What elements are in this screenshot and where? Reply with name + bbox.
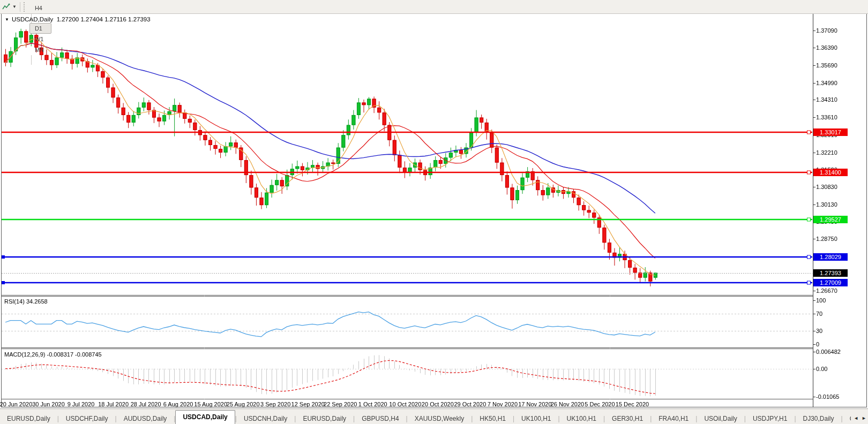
hline-price-label: 1.27009 [813, 279, 848, 286]
price-axis-tick: 1.32210 [816, 149, 837, 156]
toolbar-separator [31, 55, 32, 65]
chart-tab-bar: EURUSD,Daily|USDCHF,Daily|AUDUSD,Daily|U… [0, 408, 868, 424]
date-axis-label: 20 Jun 2020 [0, 401, 32, 407]
hline-price-label: 1.31400 [813, 169, 848, 176]
rsi-axis-tick: 0 [816, 341, 819, 347]
macd-axis-tick: 0.006482 [816, 349, 841, 355]
price-axis-tick: 1.28750 [816, 236, 837, 242]
date-axis-label: 6 Aug 2020 [163, 401, 193, 407]
date-axis-label: 12 Sep 2020 [291, 401, 325, 407]
chart-tab-usoil-daily[interactable]: USOil,Daily [697, 413, 744, 424]
chart-tab-fra40-h1[interactable]: FRA40,H1 [652, 413, 695, 424]
chart-tab-gbpusd-h4[interactable]: GBPUSD,H4 [355, 413, 406, 424]
indicator-line-icon [2, 3, 11, 11]
mt4-workspace: ▼ M1M5M15M30H1H4D1W1MN ▼USDCAD,Daily 1.2… [0, 0, 868, 424]
hline-price-label: 1.29527 [813, 216, 848, 223]
timeframe-button-h4[interactable]: H4 [29, 3, 51, 13]
price-axis-tick: 1.30830 [816, 184, 837, 190]
chart-tab-xauusd-weekly[interactable]: XAUUSD,Weekly [408, 413, 471, 424]
date-axis-label: 5 Dec 2020 [585, 401, 615, 407]
timeframe-button-d1[interactable]: D1 [29, 23, 51, 34]
timeframe-toolbar: ▼ M1M5M15M30H1H4D1W1MN [0, 0, 868, 14]
timeframe-button-w1[interactable]: W1 [29, 34, 51, 44]
price-axis-tick: 1.26670 [816, 287, 837, 294]
date-axis-label: 28 Jul 2020 [131, 401, 161, 407]
rsi-axis-tick: 100 [816, 297, 826, 304]
date-axis-label: 18 Jul 2020 [98, 401, 129, 407]
chart-tab-eurusd-daily[interactable]: EURUSD,Daily [296, 413, 353, 424]
chart-tab-ger30-h1[interactable]: GER30,H1 [605, 413, 650, 424]
chart-tab-usdjpy-h1[interactable]: USDJPY,H1 [746, 413, 794, 424]
date-axis-label: 7 Nov 2020 [488, 401, 518, 407]
chart-tab-uk100-h1[interactable]: UK100,H1 [560, 413, 603, 424]
chart-tool-icon[interactable]: ▼ [1, 3, 18, 11]
rsi-axis-tick: 70 [816, 311, 822, 317]
date-axis-label: 26 Nov 2020 [551, 401, 584, 407]
rsi-axis-tick: 30 [816, 328, 822, 334]
toolbar-grip-handle[interactable] [24, 2, 26, 12]
timeframe-button-mn[interactable]: MN [29, 44, 51, 55]
price-axis-tick: 1.33610 [816, 114, 837, 120]
date-axis-label: 22 Sep 2020 [324, 401, 357, 407]
date-axis-label: 20 Oct 2020 [422, 401, 454, 407]
macd-indicator-label: MACD(12,26,9) -0.008317 -0.008745 [4, 351, 102, 358]
price-axis-tick: 1.35690 [816, 62, 837, 69]
chart-tab-china300-h1[interactable]: CHINA300,H1 [843, 413, 851, 424]
chart-info-line: ▼USDCAD,Daily 1.27200 1.27404 1.27116 1.… [5, 16, 151, 22]
chart-tab-usdcnh-daily[interactable]: USDCNH,Daily [237, 413, 294, 424]
date-axis-label: 15 Aug 2020 [194, 401, 227, 407]
toolbar-separator [20, 2, 20, 12]
price-axis-tick: 1.34990 [816, 80, 837, 86]
price-axis-tick: 1.37090 [816, 27, 837, 34]
date-axis-label: 15 Dec 2020 [616, 401, 649, 407]
scroll-left-icon[interactable]: ◄ [854, 415, 858, 421]
macd-axis-tick: -0.01065 [816, 393, 839, 400]
chart-tab-dj30-daily[interactable]: DJ30,Daily [796, 413, 841, 424]
scroll-right-icon[interactable]: ► [862, 415, 866, 421]
date-axis-label: 25 Aug 2020 [227, 401, 260, 407]
chart-tab-hk50-h1[interactable]: HK50,H1 [473, 413, 513, 424]
hline-price-label: 1.28029 [813, 253, 848, 261]
date-axis-label: 9 Jul 2020 [68, 401, 95, 407]
chart-tab-usdchf-daily[interactable]: USDCHF,Daily [59, 413, 115, 424]
chart-tab-uk100-h1[interactable]: UK100,H1 [514, 413, 558, 424]
hline-price-label: 1.33017 [813, 128, 848, 136]
dropdown-caret-icon[interactable]: ▼ [12, 4, 17, 9]
date-axis-label: 3 Sep 2020 [260, 401, 290, 407]
chart-tab-eurusd-daily[interactable]: EURUSD,Daily [0, 413, 57, 424]
timeframe-buttons: M1M5M15M30H1H4D1W1MN [29, 0, 52, 65]
date-axis-label: 10 Oct 2020 [389, 401, 421, 407]
toolbar-separator [31, 13, 32, 23]
price-axis-tick: 1.36390 [816, 44, 837, 51]
rsi-indicator-label: RSI(14) 34.2658 [4, 298, 48, 305]
date-axis-label: 17 Nov 2020 [518, 401, 551, 407]
chart-tab-usdcad-daily[interactable]: USDCAD,Daily [175, 410, 235, 424]
chart-tabs: EURUSD,Daily|USDCHF,Daily|AUDUSD,Daily|U… [0, 410, 851, 424]
price-axis-tick: 1.34310 [816, 96, 837, 103]
current-price-label: 1.27393 [813, 269, 848, 277]
collapse-triangle-icon[interactable]: ▼ [5, 17, 9, 22]
timeframe-button-h1[interactable]: H1 [29, 0, 51, 3]
chart-plot-canvas[interactable] [0, 0, 868, 424]
macd-axis-tick: 0.00 [816, 366, 827, 372]
date-axis-label: 1 Oct 2020 [358, 401, 387, 407]
date-axis-label: 29 Oct 2020 [454, 401, 486, 407]
chart-tab-audusd-daily[interactable]: AUDUSD,Daily [117, 413, 174, 424]
tab-scroll-arrows: ◄ ► [851, 415, 866, 421]
date-axis-label: 30 Jun 2020 [32, 401, 65, 407]
price-axis-tick: 1.30130 [816, 201, 837, 208]
